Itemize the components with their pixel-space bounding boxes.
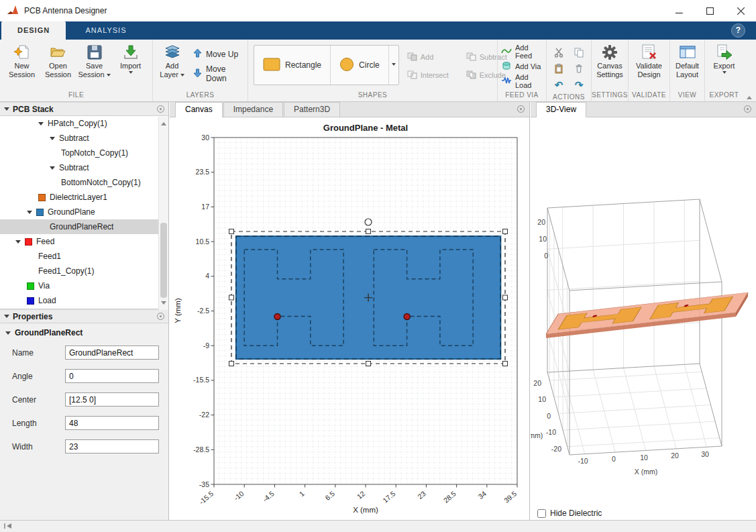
pcb-stack-header[interactable]: PCB Stack	[0, 102, 168, 116]
add-layer-button[interactable]: AddLayer	[156, 42, 188, 79]
intersect-button[interactable]: Intersect	[407, 66, 466, 84]
new-session-button[interactable]: NewSession	[4, 42, 40, 79]
panel-options-icon[interactable]	[517, 105, 525, 113]
collapse-panel-icon[interactable]	[4, 315, 9, 318]
export-button[interactable]: Export	[707, 42, 742, 76]
help-button[interactable]: ?	[731, 23, 745, 38]
shape-gallery-dropdown[interactable]	[388, 46, 398, 85]
x-tick-label: -4.5	[261, 489, 276, 503]
expander-icon[interactable]	[50, 166, 55, 170]
tree-item-bottomnotch-copy-1-[interactable]: BottomNotch_Copy(1)	[0, 175, 168, 190]
add-boolean-button[interactable]: Add	[407, 48, 466, 66]
scrollbar-thumb[interactable]	[160, 223, 167, 298]
scroll-up-icon[interactable]	[161, 119, 166, 125]
tab-canvas[interactable]: Canvas	[175, 102, 223, 117]
tree-item-subtract[interactable]: Subtract	[0, 160, 168, 175]
panel-options-icon[interactable]	[157, 313, 164, 320]
paste-button[interactable]	[549, 61, 569, 77]
canvas-plot[interactable]: GroundPlane - Metal -15.5-10-4.516.51217…	[170, 117, 530, 520]
tree-item-groundplanerect[interactable]: GroundPlaneRect	[0, 219, 168, 234]
selection-handle[interactable]	[229, 295, 234, 300]
property-input-length[interactable]	[65, 416, 159, 430]
tab-3d-view[interactable]: 3D-View	[536, 102, 586, 117]
selection-handle[interactable]	[229, 229, 234, 234]
button-label: SaveSession	[78, 62, 110, 79]
undo-icon: ↶	[555, 79, 563, 91]
tree-item-via[interactable]: Via	[0, 278, 168, 293]
open-session-button[interactable]: OpenSession	[40, 42, 76, 79]
arrow-up-icon	[193, 48, 203, 60]
collapse-ribbon-icon[interactable]	[747, 93, 752, 99]
expander-icon[interactable]	[15, 240, 21, 244]
add-via-button[interactable]: Add Via	[501, 60, 546, 72]
y-tick-label: 10.5	[196, 237, 210, 246]
property-input-angle[interactable]	[65, 369, 159, 383]
tree-scrollbar[interactable]	[158, 117, 168, 310]
tree-item-hpatch-copy-1-[interactable]: HPatch_Copy(1)	[0, 116, 168, 131]
feed-marker[interactable]	[274, 314, 280, 320]
property-input-center[interactable]	[65, 392, 159, 407]
tree-item-load[interactable]: Load	[0, 293, 168, 308]
panel-options-icon[interactable]	[157, 105, 164, 113]
selection-handle[interactable]	[503, 295, 508, 300]
import-button[interactable]: Import	[113, 42, 149, 76]
panel-options-icon[interactable]	[744, 105, 751, 113]
canvas-settings-button[interactable]: CanvasSettings	[592, 42, 627, 79]
selection-handle[interactable]	[503, 362, 508, 366]
validate-design-button[interactable]: ValidateDesign	[630, 42, 669, 79]
minimize-button[interactable]	[663, 0, 694, 21]
default-layout-button[interactable]: DefaultLayout	[671, 42, 704, 79]
selection-handle[interactable]	[229, 362, 234, 366]
panel-title: PCB Stack	[13, 105, 54, 114]
hide-dielectric-checkbox[interactable]	[537, 509, 546, 518]
redo-button[interactable]: ↷	[569, 77, 589, 93]
maximize-button[interactable]	[694, 0, 725, 21]
selection-handle[interactable]	[366, 362, 371, 366]
rectangle-shape-button[interactable]: Rectangle	[254, 46, 331, 85]
canvas-tab-bar: Canvas Impedance Pattern3D	[170, 102, 529, 117]
collapse-panel-icon[interactable]	[4, 107, 9, 111]
tree-item-feed[interactable]: Feed	[0, 234, 168, 249]
feed-marker[interactable]	[404, 314, 410, 320]
move-down-button[interactable]: Move Down	[193, 64, 248, 83]
tree-item-topnotch-copy-1-[interactable]: TopNotch_Copy(1)	[0, 146, 168, 160]
tree-item-subtract[interactable]: Subtract	[0, 131, 168, 146]
properties-header[interactable]: Properties	[0, 309, 168, 323]
delete-button[interactable]	[569, 61, 589, 77]
copy-button[interactable]	[569, 45, 589, 61]
selection-handle[interactable]	[503, 229, 508, 234]
tab-impedance[interactable]: Impedance	[223, 102, 283, 117]
add-load-button[interactable]: Add Load	[501, 75, 546, 87]
expander-icon[interactable]	[38, 122, 44, 125]
expander-icon[interactable]	[27, 211, 32, 214]
tree-item-feed1[interactable]: Feed1	[0, 249, 168, 264]
circle-shape-button[interactable]: Circle	[331, 46, 388, 85]
rotation-handle[interactable]	[365, 219, 372, 225]
tab-analysis[interactable]: ANALYSIS	[70, 21, 143, 40]
x-tick-label: 17.5	[381, 489, 396, 504]
tree-item-dielectriclayer1[interactable]: DielectricLayer1	[0, 190, 168, 205]
feed-layer-icon	[25, 238, 32, 246]
tab-design[interactable]: DESIGN	[1, 21, 66, 40]
view3d-plot[interactable]: 20 10 0 20 10 0 -10 -20 -10 0 10 20 30 X…	[531, 117, 756, 520]
expander-icon[interactable]	[5, 331, 11, 335]
add-feed-button[interactable]: Add Feed	[501, 46, 546, 58]
save-session-button[interactable]: SaveSession	[76, 42, 113, 79]
selected-object-header[interactable]: GroundPlaneRect	[0, 323, 168, 341]
cut-button[interactable]	[549, 45, 569, 61]
hide-dielectric-checkbox-row[interactable]: Hide Dielectric	[537, 509, 602, 518]
tab-pattern3d[interactable]: Pattern3D	[284, 102, 340, 117]
tree-item-groundplane[interactable]: GroundPlane	[0, 205, 168, 219]
scroll-down-icon[interactable]	[161, 301, 166, 307]
close-button[interactable]	[725, 0, 756, 21]
move-up-button[interactable]: Move Up	[193, 48, 248, 60]
pcb-board-3d[interactable]	[546, 292, 748, 338]
undo-button[interactable]: ↶	[549, 77, 569, 93]
tree-item-label: Via	[38, 281, 50, 290]
tree-item-feed1-copy-1-[interactable]: Feed1_Copy(1)	[0, 264, 168, 278]
property-input-width[interactable]	[65, 439, 159, 454]
property-input-name[interactable]	[65, 345, 159, 360]
collapse-sidebar-icon[interactable]	[3, 522, 13, 531]
selection-handle[interactable]	[366, 229, 371, 234]
expander-icon[interactable]	[50, 137, 55, 140]
